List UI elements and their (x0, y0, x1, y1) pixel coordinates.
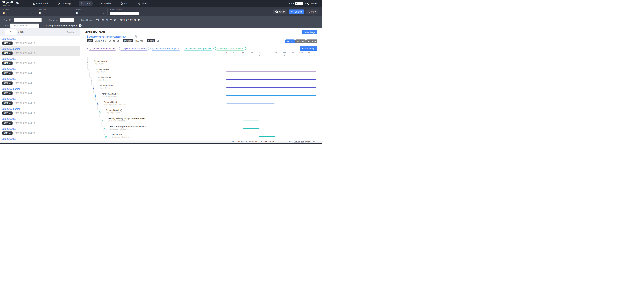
trace-endpoint-link[interactable]: /projectA/{name} (2, 48, 78, 50)
trace-endpoint-link[interactable]: /projectA/test (2, 58, 78, 60)
trace-endpoint-link[interactable]: /projectA/test (2, 128, 78, 130)
time-range-label: Time Range: (81, 19, 94, 21)
trace-endpoint-link[interactable]: /projectA/test (2, 68, 78, 70)
nav-item-log[interactable]: Log (118, 1, 130, 6)
trace-endpoint-link[interactable]: /projectA/test (2, 98, 78, 100)
trace-timestamp: 2021-02-07 20:44:11 (14, 72, 35, 74)
endpoint-name-input[interactable] (110, 12, 139, 15)
app-logo[interactable]: Skywalking ) Rocketbot (2, 1, 19, 6)
service-filter-dropdown[interactable]: Service All (0, 7, 36, 16)
span-node-dot[interactable] (93, 87, 94, 88)
span-component: Http - Nginx (100, 87, 110, 89)
nav-item-profile[interactable]: Profile (98, 1, 113, 6)
span-title[interactable]: /projectA/test (98, 76, 111, 79)
sort-dropdown[interactable]: Duration (66, 31, 78, 33)
search-button[interactable]: Search (289, 10, 304, 14)
span-duration-bar[interactable] (226, 87, 316, 88)
vocabulary-page-link[interactable]: Configuration Vocabulary page (46, 24, 78, 27)
trace-endpoint-link[interactable]: /projectA/{name} (2, 88, 78, 90)
status-filter-dropdown[interactable]: Status All (73, 7, 108, 16)
span-node-dot[interactable] (91, 79, 92, 80)
span-title[interactable]: /projectB/{value} (106, 109, 122, 112)
more-button[interactable]: More (306, 10, 318, 14)
span-duration-bar[interactable] (243, 128, 260, 128)
trace-list-item[interactable]: /projectA/test 5401 ms 2021-02-07 20:35:… (0, 56, 80, 66)
prev-page-arrow[interactable]: ‹ (2, 31, 4, 34)
span-title[interactable]: /projectA/test (94, 60, 107, 62)
span-node-dot[interactable] (99, 112, 100, 113)
status-filter-value: All (76, 12, 78, 14)
span-duration-bar[interactable] (226, 95, 316, 96)
span-component: Http - SpringRestTemplate (104, 104, 126, 106)
help-icon[interactable]: ? (79, 24, 82, 27)
chevron-down-icon (31, 12, 33, 14)
status-footer: 2021-02-07 20:33 ~ 2021-02-07 20:48 En S… (0, 140, 322, 143)
footer-time-range[interactable]: 2021-02-07 20:33 ~ 2021-02-07 20:48 (232, 140, 274, 143)
trace-list-item[interactable]: /projectA/test 5402 ms 2021-02-07 20:35:… (0, 36, 80, 46)
nav-item-alarm[interactable]: Alarm (136, 1, 150, 6)
trace-timestamp: 2021-02-07 20:44:16 (14, 102, 35, 104)
nav-item-dashboard[interactable]: Dashboard (30, 1, 50, 6)
span-node-dot[interactable] (89, 71, 90, 72)
server-zone[interactable]: Server Zone UTC + 0 (294, 140, 314, 143)
span-duration-bar[interactable] (226, 63, 316, 63)
next-page-arrow[interactable]: › (26, 31, 28, 34)
trace-id-input[interactable] (14, 18, 42, 22)
span-node-dot[interactable] (101, 120, 102, 121)
span-title[interactable]: /projectA/test (96, 68, 109, 71)
trace-list-item[interactable]: /projectA/test 5370 ms 2021-02-07 20:44:… (0, 116, 80, 126)
trace-meta: 5370 ms 2021-02-07 20:44:16 (2, 112, 78, 115)
nav-item-trace[interactable]: Trace (79, 1, 92, 6)
span-duration-bar[interactable] (226, 71, 316, 72)
duration-input[interactable] (60, 18, 74, 22)
span-node-dot[interactable] (103, 128, 104, 130)
span-node-dot[interactable] (105, 136, 106, 138)
trace-list-item[interactable]: /projectA/{name} 5370 ms 2021-02-07 20:4… (0, 106, 80, 116)
more-panel-arrow (312, 15, 314, 16)
instance-filter-dropdown[interactable]: Instance All (36, 7, 73, 16)
trace-list-item[interactable]: /projectA/{name} 5376 ms 2021-02-07 20:4… (0, 86, 80, 96)
trace-list-item[interactable]: /projectA/test 5377 ms 2021-02-07 20:44:… (0, 76, 80, 86)
page-number-input[interactable] (5, 29, 16, 35)
tags-input[interactable] (10, 24, 39, 28)
span-duration-bar[interactable] (226, 104, 274, 104)
span-duration-bar[interactable] (226, 112, 274, 112)
nav-item-topology[interactable]: Topology (56, 1, 73, 6)
trace-duration-badge: 5401 ms (2, 52, 12, 55)
auto-interval-input[interactable] (295, 2, 303, 5)
span-title[interactable]: test.skywalking.springcloud.test.project… (108, 117, 148, 120)
reload-button[interactable]: Reload (311, 2, 318, 5)
time-range-value[interactable]: 2021-02-07 20:33 ~ 2021-02-07 20:48 (96, 19, 140, 21)
span-component: Unknown - Unknown (112, 136, 129, 138)
nav-tabs: Dashboard Topology Trace Profile Log Ala… (30, 1, 150, 6)
span-title[interactable]: /projectA/{name} (102, 92, 118, 95)
span-title[interactable]: H2/JDBI/PreparedStatement/execute (110, 125, 146, 128)
trace-list-item[interactable]: /projectA/test 5378 ms 2021-02-07 20:44:… (0, 66, 80, 76)
skywalking-trace-page: Skywalking ) Rocketbot Dashboard Topolog… (0, 0, 322, 144)
trace-endpoint-link[interactable]: /projectA/test (2, 118, 78, 120)
trace-list-item[interactable]: /projectA/test 5371 ms 2021-02-07 20:44:… (0, 96, 80, 106)
search-button-label: Search (294, 10, 302, 13)
trace-timestamp: 2021-02-07 20:35:13 (14, 62, 35, 64)
clear-button[interactable]: × Clear (273, 10, 287, 14)
trace-meta: 5376 ms 2021-02-07 20:44:11 (2, 92, 78, 95)
span-node-dot[interactable] (97, 103, 98, 105)
span-duration-bar[interactable] (259, 136, 275, 137)
span-node-dot[interactable] (86, 62, 88, 64)
trace-endpoint-link[interactable]: /projectA/test (2, 78, 78, 80)
reload-icon[interactable] (307, 2, 310, 5)
trace-list-item[interactable]: /projectA/{name} 5401 ms 2021-02-07 20:3… (0, 46, 80, 56)
nav-item-label: Topology (61, 2, 71, 5)
trace-endpoint-link[interactable]: /projectA/{name} (2, 108, 78, 110)
trace-list-item[interactable]: /projectA/test 5345 ms 2021-02-07 20:34:… (0, 126, 80, 136)
language-selector[interactable]: En (288, 140, 291, 143)
span-title[interactable]: /projectB/test (104, 101, 117, 103)
topology-icon (58, 2, 60, 5)
span-node-dot[interactable] (95, 95, 96, 97)
span-duration-bar[interactable] (226, 79, 316, 80)
span-duration-bar[interactable] (243, 120, 260, 120)
trace-endpoint-link[interactable]: /projectA/test (2, 38, 78, 40)
span-title[interactable]: selectUser (112, 133, 122, 136)
span-title[interactable]: /projectA/test (100, 84, 113, 87)
trace-timestamp: 2021-02-07 20:35:13 (14, 52, 35, 54)
